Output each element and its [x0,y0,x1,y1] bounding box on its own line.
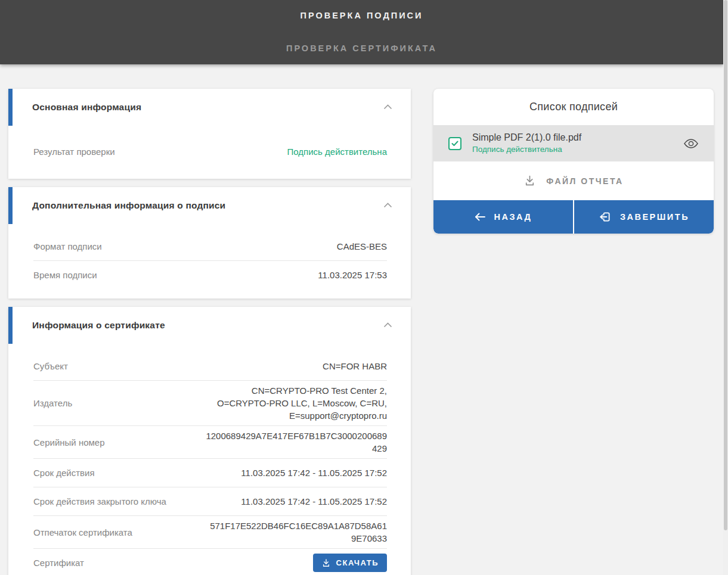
card-rows: Формат подписи CAdES-BES Время подписи 1… [8,223,411,299]
download-icon [523,175,536,187]
row-value: 11.03.2025 17:42 - 11.05.2025 17:52 [241,467,387,479]
info-row: Формат подписи CAdES-BES [33,232,387,260]
main-content: Основная информация Результат проверки П… [0,64,728,575]
card-rows: Результат проверки Подпись действительна [8,125,411,179]
tab-signature-verification[interactable]: ПРОВЕРКА ПОДПИСИ [301,10,423,21]
eye-icon [683,138,699,149]
row-value: CN=FOR HABR [323,360,387,372]
row-label: Результат проверки [33,147,115,157]
chevron-up-icon [383,203,392,208]
download-button-label: СКАЧАТЬ [336,558,379,567]
signatures-panel: Список подписей Simple PDF 2(1).0 file.p… [433,89,714,234]
collapse-button[interactable] [380,100,395,115]
card-certificate-info: Информация о сертификате Субъект CN=FOR … [8,307,411,575]
row-label: Время подписи [33,270,97,280]
signature-list-item[interactable]: Simple PDF 2(1).0 file.pdf Подпись дейст… [433,125,714,161]
info-row: Отпечаток сертификата 571F17E522DB46FC16… [33,515,387,548]
card-basic-info: Основная информация Результат проверки П… [8,89,411,179]
card-title: Информация о сертификате [32,320,380,331]
card-header: Дополнительная информация о подписи [8,187,411,223]
download-icon [321,558,331,568]
verification-details: Основная информация Результат проверки П… [8,89,411,575]
collapse-button[interactable] [380,318,395,333]
card-header: Информация о сертификате [8,307,411,343]
back-button-label: НАЗАД [494,212,532,222]
signature-file-block: Simple PDF 2(1).0 file.pdf Подпись дейст… [472,132,671,156]
report-file-button[interactable]: ФАЙЛ ОТЧЕТА [433,161,714,200]
chevron-up-icon [383,322,392,328]
row-label: Формат подписи [33,241,102,251]
card-header: Основная информация [8,89,411,125]
verification-result-value: Подпись действительна [287,145,387,158]
row-label: Отпечаток сертификата [33,527,132,537]
row-label: Серийный номер [33,437,105,447]
card-signature-info: Дополнительная информация о подписи Форм… [8,187,411,299]
tab-certificate-verification[interactable]: ПРОВЕРКА СЕРТИФИКАТА [286,43,437,54]
row-value: 11.03.2025 17:53 [318,269,387,281]
info-row: Издатель CN=CRYPTO-PRO Test Center 2, O=… [33,380,387,425]
certificate-download-row: Сертификат СКАЧАТЬ [33,548,387,575]
card-title: Дополнительная информация о подписи [32,200,380,211]
download-certificate-button[interactable]: СКАЧАТЬ [313,554,387,572]
signature-status: Подпись действительна [472,144,671,156]
signature-file-name: Simple PDF 2(1).0 file.pdf [472,132,671,144]
row-value: 11.03.2025 17:42 - 11.05.2025 17:52 [241,495,387,508]
row-value: CN=CRYPTO-PRO Test Center 2, O=CRYPTO-PR… [205,384,387,422]
signature-checkbox[interactable] [448,137,461,150]
row-label: Сертификат [33,558,84,568]
row-label: Срок действия [33,468,95,478]
info-row: Субъект CN=FOR HABR [33,352,387,380]
row-label: Субъект [33,361,68,371]
top-nav: ПРОВЕРКА ПОДПИСИ ПРОВЕРКА СЕРТИФИКАТА [0,0,723,64]
exit-icon [599,211,611,223]
collapse-button[interactable] [380,198,395,213]
check-icon [451,141,459,147]
info-row: Срок действия закрытого ключа 11.03.2025… [33,487,387,515]
view-signature-button[interactable] [681,134,701,153]
card-rows: Субъект CN=FOR HABR Издатель CN=CRYPTO-P… [8,343,411,575]
back-arrow-icon [475,213,485,221]
row-value: 1200689429A7E417EF67B1B7C3000200689429 [205,430,387,455]
info-row: Срок действия 11.03.2025 17:42 - 11.05.2… [33,458,387,487]
row-label: Издатель [33,398,72,408]
report-file-label: ФАЙЛ ОТЧЕТА [546,176,623,186]
finish-button-label: ЗАВЕРШИТЬ [620,212,689,222]
row-value: CAdES-BES [337,240,387,253]
finish-button[interactable]: ЗАВЕРШИТЬ [574,200,714,234]
signatures-panel-title: Список подписей [433,89,714,125]
info-row: Время подписи 11.03.2025 17:53 [33,260,387,289]
back-button[interactable]: НАЗАД [433,200,573,234]
panel-actions: НАЗАД ЗАВЕРШИТЬ [433,200,714,234]
card-title: Основная информация [32,102,380,113]
info-row: Серийный номер 1200689429A7E417EF67B1B7C… [33,425,387,458]
info-row: Результат проверки Подпись действительна [33,133,387,169]
row-label: Срок действия закрытого ключа [33,496,166,506]
scrollbar-thumb[interactable] [724,0,727,530]
row-value: 571F17E522DB46FC16EC89A1A87D58A619E70633 [205,520,387,545]
scrollbar [723,0,728,575]
chevron-up-icon [383,104,392,110]
